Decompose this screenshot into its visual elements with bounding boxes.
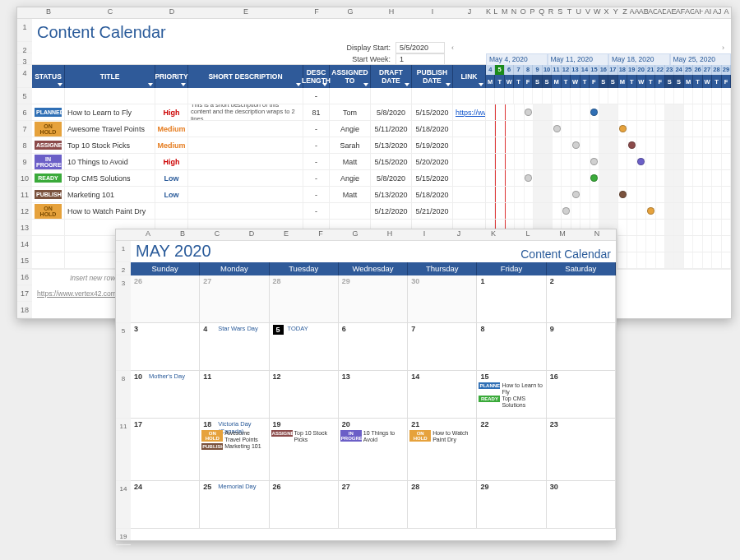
calendar-item[interactable]: PLANNEDHow to Learn to Fly [479,382,543,395]
table-row[interactable]: READYTop CMS SolutionsLow-Angie5/8/20205… [32,170,731,187]
cell-assigned[interactable]: Sarah [330,137,371,153]
calendar-cell[interactable]: 29 [339,275,408,323]
cell-priority[interactable] [155,203,188,219]
calendar-item[interactable]: IN PROGRESS10 Things to Avoid [340,430,405,442]
cell-status[interactable]: READY [32,170,65,186]
calendar-cell[interactable]: 30 [408,275,477,323]
cell-draft-date[interactable]: 5/13/2020 [371,187,412,202]
calendar-cell[interactable]: 11 [200,371,269,419]
calendar-cell[interactable]: 27 [200,275,269,323]
cell-publish-date[interactable]: 5/15/2020 [412,170,453,186]
cell-desc-len[interactable]: - [303,121,330,137]
col-desclen[interactable]: DESC LENGTH [303,65,330,88]
calendar-cell[interactable]: 3 [131,323,200,371]
cell-status[interactable]: PLANNED [32,104,65,120]
cell-title[interactable]: Top CMS Solutions [65,170,155,186]
cell-title[interactable]: Top 10 Stock Picks [65,137,155,153]
cell-status[interactable]: ON HOLD [32,121,65,137]
calendar-cell[interactable]: 23 [547,419,616,481]
scroll-left-icon[interactable]: ‹ [451,44,454,52]
calendar-cell[interactable]: 25Memorial Day [200,481,269,529]
table-row[interactable]: ON HOLDAwesome Travel PointsMedium-Angie… [32,121,731,137]
calendar-cell[interactable]: 4Star Wars Day [200,323,269,371]
cell-assigned[interactable]: Tom [330,104,371,120]
cell-link[interactable] [453,170,486,186]
cell-assigned[interactable]: Matt [330,187,371,202]
table-row[interactable]: PUBLISHEDMarketing 101Low-Matt5/13/20205… [32,187,731,203]
table-row[interactable]: ON HOLDHow to Watch Paint Dry-5/12/20205… [32,203,731,220]
col-draft[interactable]: DRAFT DATE [371,65,412,88]
cell-link[interactable] [453,203,486,219]
cell-draft-date[interactable]: 5/8/2020 [371,104,412,120]
calendar-cell[interactable]: 26 [131,275,200,323]
scroll-right-icon[interactable]: › [722,44,724,52]
calendar-cell[interactable]: 9 [547,323,616,371]
col-assigned[interactable]: ASSIGNED TO [330,65,371,88]
cell-short-desc[interactable] [188,187,303,202]
cell-short-desc[interactable] [188,137,303,153]
cell-assigned[interactable]: Angie [330,170,371,186]
cell-title[interactable]: 10 Things to Avoid [65,154,155,169]
cell-short-desc[interactable] [188,154,303,169]
table-row[interactable]: IN PROGRESS10 Things to AvoidHigh-Matt5/… [32,154,731,170]
cell-priority[interactable]: Low [155,187,188,202]
cell-short-desc[interactable] [188,170,303,186]
cell-link[interactable] [453,187,486,202]
cell-priority[interactable]: High [155,154,188,169]
cell-short-desc[interactable]: This is a short description of this cont… [188,104,303,120]
calendar-cell[interactable]: 18Victoria Day (Canada)ON HOLDAwesome Tr… [200,419,269,481]
cell-publish-date[interactable]: 5/18/2020 [412,187,453,202]
cell-draft-date[interactable]: 5/8/2020 [371,170,412,186]
calendar-cell[interactable]: 26 [270,481,339,529]
cell-priority[interactable]: Medium [155,121,188,137]
cell-short-desc[interactable] [188,121,303,137]
calendar-item[interactable]: READYTop CMS Solutions [479,396,543,408]
cell-publish-date[interactable]: 5/18/2020 [412,121,453,137]
cell-status[interactable]: IN PROGRESS [32,154,65,169]
calendar-cell[interactable]: 17 [131,419,200,481]
calendar-cell[interactable]: 20IN PROGRESS10 Things to Avoid [339,419,408,481]
cell-status[interactable]: PUBLISHED [32,187,65,202]
calendar-cell[interactable]: 21ON HOLDHow to Watch Paint Dry [408,419,477,481]
col-publish[interactable]: PUBLISH DATE [412,65,453,88]
table-row[interactable]: PLANNEDHow to Learn to FlyHighThis is a … [32,104,731,121]
cell-link[interactable] [453,137,486,153]
calendar-item[interactable]: ON HOLDAwesome Travel Points [201,430,266,442]
calendar-cell[interactable]: 22 [477,419,546,481]
cell-short-desc[interactable] [188,203,303,219]
calendar-cell[interactable]: 30 [547,481,616,529]
col-title[interactable]: TITLE [65,65,155,88]
cell-publish-date[interactable]: 5/21/2020 [412,203,453,219]
cell-priority[interactable]: Medium [155,137,188,153]
col-priority[interactable]: PRIORITY [155,65,188,88]
calendar-cell[interactable]: 14 [408,371,477,419]
calendar-cell[interactable]: 28 [270,275,339,323]
cell-desc-len[interactable]: - [303,203,330,219]
cell-link[interactable] [453,154,486,169]
cell-title[interactable]: How to Watch Paint Dry [65,203,155,219]
calendar-cell[interactable]: 10Mother's Day [131,371,200,419]
cell-publish-date[interactable]: 5/15/2020 [412,104,453,120]
cell-assigned[interactable]: Matt [330,154,371,169]
cell-desc-len[interactable]: - [303,187,330,202]
cell-title[interactable]: Marketing 101 [65,187,155,202]
cell-link[interactable]: https://ww [453,104,486,120]
table-row[interactable]: ASSIGNEDTop 10 Stock PicksMedium-Sarah5/… [32,137,731,154]
calendar-cell[interactable]: 7 [408,323,477,371]
cell-title[interactable]: How to Learn to Fly [65,104,155,120]
cell-publish-date[interactable]: 5/19/2020 [412,137,453,153]
calendar-item[interactable]: PUBLISHEDMarketing 101 [201,443,266,450]
cell-desc-len[interactable]: 81 [303,104,330,120]
calendar-item[interactable]: ON HOLDHow to Watch Paint Dry [409,430,474,442]
cell-title[interactable]: Awesome Travel Points [65,121,155,137]
cell-link[interactable] [453,121,486,137]
calendar-cell[interactable]: 29 [477,481,546,529]
calendar-cell[interactable]: 12 [270,371,339,419]
calendar-cell[interactable]: 6 [339,323,408,371]
calendar-cell[interactable]: 28 [408,481,477,529]
cell-desc-len[interactable]: - [303,154,330,169]
col-status[interactable]: STATUS [32,65,65,88]
cell-desc-len[interactable]: - [303,137,330,153]
calendar-item[interactable]: ASSIGNEDTop 10 Stock Picks [271,430,336,442]
calendar-cell[interactable]: 2 [547,275,616,323]
